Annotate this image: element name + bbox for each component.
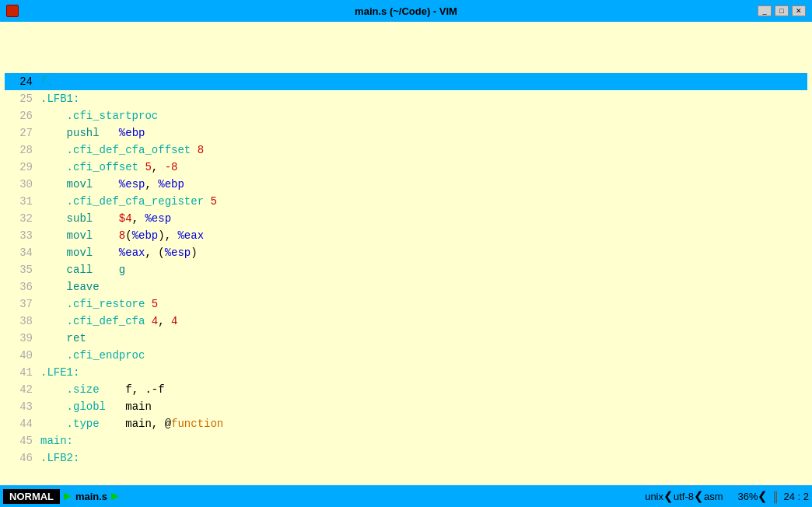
status-chevron2: ❮ [694,489,704,503]
status-position: 24 : 2 [783,491,809,502]
table-row: 39 ret [5,330,807,347]
table-row: 45main: [5,432,807,449]
line-number: 24 [5,73,33,90]
line-code: movl %eax, (%esp) [40,244,198,261]
table-row: 43 .globl main [5,398,807,415]
status-sep1 [726,491,735,502]
line-code: movl %esp, %ebp [40,176,184,193]
window-controls: _ □ ✕ [758,5,806,16]
line-code: call g [40,261,125,278]
line-number: 37 [5,295,33,313]
line-number: 35 [5,261,33,278]
line-number: 44 [5,415,33,432]
line-number: 33 [5,227,33,244]
line-number: 31 [5,193,33,210]
table-row: 30 movl %esp, %ebp [5,176,807,193]
close-button[interactable]: ✕ [792,5,806,16]
status-right: unix ❮ utf-8 ❮ asm 36% ❮ ∥ 24 : 2 [645,489,809,504]
line-code: main: [40,432,73,449]
line-number: 40 [5,347,33,364]
table-row: 35 call g [5,261,807,278]
title-bar: main.s (~/Code) - VIM _ □ ✕ [0,0,812,22]
minimize-button[interactable]: _ [758,5,772,16]
line-code: .cfi_offset 5, -8 [40,159,177,176]
line-code: ret [40,330,86,347]
line-code: .size f, .-f [40,381,165,398]
table-row: 42 .size f, .-f [5,381,807,398]
line-code: pushl %ebp [40,124,145,142]
line-number: 34 [5,244,33,261]
status-chevron3: ❮ [758,489,768,503]
status-fileinfo: unix [645,491,663,502]
line-number: 30 [5,176,33,193]
table-row: 28 .cfi_def_cfa_offset 8 [5,142,807,159]
table-row: 40 .cfi_endproc [5,347,807,364]
line-code: leave [40,278,100,295]
line-number: 29 [5,159,33,176]
table-row: 38 .cfi_def_cfa 4, 4 [5,313,807,330]
line-number: 27 [5,124,33,142]
line-number: 45 [5,432,33,449]
line-code: .globl main [40,398,152,415]
table-row: 32 subl $4, %esp [5,210,807,227]
table-row: 34 movl %eax, (%esp) [5,244,807,261]
status-arrow-right: ► [109,489,121,503]
status-filename: main.s [75,491,107,502]
maximize-button[interactable]: □ [775,5,789,16]
line-number: 28 [5,142,33,159]
status-triangle-left: ► [61,489,74,503]
line-number: 42 [5,381,33,398]
line-number: 32 [5,210,33,227]
window-title: main.s (~/Code) - VIM [355,5,457,17]
table-row: 41.LFE1: [5,364,807,381]
table-row: 27 pushl %ebp [5,124,807,142]
line-code: .cfi_def_cfa_offset 8 [40,142,204,159]
line-code: movl 8(%ebp), %eax [40,227,204,244]
line-number: 43 [5,398,33,415]
table-row: 44 .type main, @function [5,415,807,432]
table-row: 24f: [5,73,807,90]
status-percent: 36% [737,491,758,502]
line-code: .cfi_restore 5 [40,295,158,313]
table-row: 25.LFB1: [5,90,807,107]
app-icon [6,5,19,17]
table-row: 33 movl 8(%ebp), %eax [5,227,807,244]
line-code: .LFB1: [40,90,79,107]
table-row: 26 .cfi_startproc [5,107,807,124]
table-row: 31 .cfi_def_cfa_register 5 [5,193,807,210]
editor-area: 24f:25.LFB1:26 .cfi_startproc27 pushl %e… [0,22,812,485]
status-pipe: ∥ [772,489,779,504]
title-bar-left [6,5,19,17]
line-code: subl $4, %esp [40,210,171,227]
line-code: .type main, @function [40,415,223,432]
table-row: 36 leave [5,278,807,295]
line-code: f: [40,73,54,90]
line-code: .cfi_startproc [40,107,158,124]
line-code: .cfi_def_cfa_register 5 [40,193,217,210]
line-number: 26 [5,107,33,124]
line-code: .LFE1: [40,364,79,381]
line-number: 41 [5,364,33,381]
status-chevron1: ❮ [663,489,674,503]
line-number: 38 [5,313,33,330]
line-code: .cfi_def_cfa 4, 4 [40,313,177,330]
table-row: 29 .cfi_offset 5, -8 [5,159,807,176]
table-row: 37 .cfi_restore 5 [5,295,807,313]
line-number: 46 [5,449,33,467]
line-number: 39 [5,330,33,347]
status-mode: NORMAL [3,489,60,504]
line-number: 25 [5,90,33,107]
status-encoding: utf-8 [674,491,694,502]
line-code: .cfi_endproc [40,347,145,364]
line-code: .LFB2: [40,449,79,467]
line-number: 36 [5,278,33,295]
status-bar: NORMAL ► main.s ► unix ❮ utf-8 ❮ asm 36%… [0,485,812,507]
status-filetype: asm [704,491,723,502]
table-row: 46.LFB2: [5,449,807,467]
code-lines[interactable]: 24f:25.LFB1:26 .cfi_startproc27 pushl %e… [0,22,812,485]
